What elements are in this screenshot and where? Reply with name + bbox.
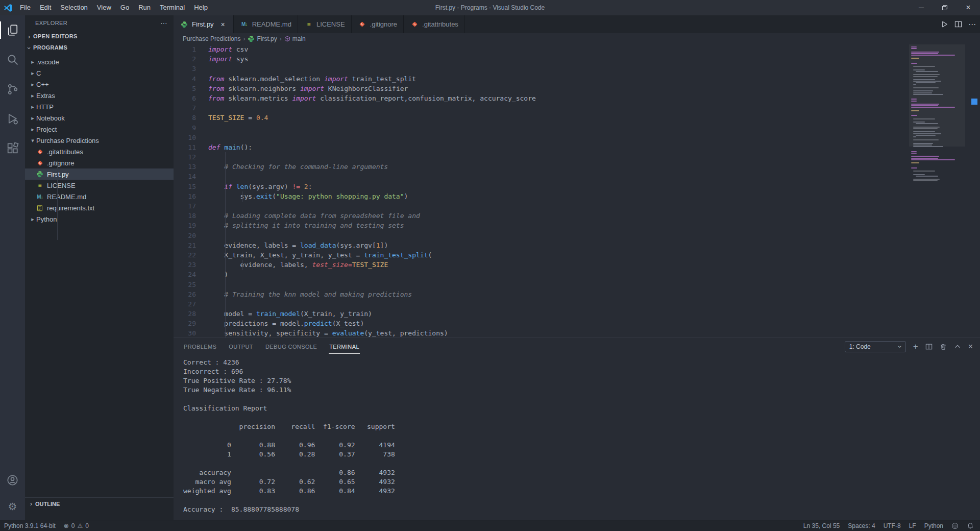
breadcrumb-purchase-predictions[interactable]: Purchase Predictions [183, 35, 240, 42]
sidebar-item-gitignore[interactable]: .gitignore [25, 157, 174, 168]
tab-gitattributes[interactable]: .gitattributes [404, 15, 465, 33]
code-line[interactable]: 18 # Loading complete data from spreadsh… [174, 211, 980, 221]
python-interpreter-status[interactable]: Python 3.9.1 64-bit [0, 520, 60, 531]
menu-edit[interactable]: Edit [35, 0, 56, 15]
code-line[interactable]: 6from sklearn.metrics import classificat… [174, 93, 980, 103]
code-line[interactable]: 9 [174, 123, 980, 133]
code-line[interactable]: 21 evidence, labels = load_data(sys.argv… [174, 240, 980, 250]
close-window-button[interactable]: × [957, 0, 980, 15]
menu-help[interactable]: Help [189, 0, 212, 15]
tab-first-py[interactable]: First.py× [174, 15, 234, 33]
split-editor-icon[interactable] [954, 20, 962, 28]
code-line[interactable]: 23 evidence, labels, test_size=TEST_SIZE [174, 260, 980, 270]
code-editor[interactable]: 1import csv2import sys34from sklearn.mod… [174, 44, 980, 337]
code-line[interactable]: 2import sys [174, 54, 980, 64]
sidebar-item-first-py[interactable]: First.py [25, 168, 174, 180]
code-line[interactable]: 8TEST_SIZE = 0.4 [174, 113, 980, 123]
code-line[interactable]: 3 [174, 64, 980, 74]
code-line[interactable]: 30 sensitivity, specificity = evaluate(y… [174, 328, 980, 337]
tab-readme-md[interactable]: M↓README.md [234, 15, 298, 33]
activity-run-debug-icon[interactable] [0, 104, 25, 134]
sidebar-item-license[interactable]: ≡LICENSE [25, 180, 174, 191]
activity-extensions-icon[interactable] [0, 134, 25, 163]
code-line[interactable]: 4from sklearn.model_selection import tra… [174, 74, 980, 84]
code-line[interactable]: 1import csv [174, 44, 980, 54]
sidebar-item-c[interactable]: ▸C++ [25, 79, 174, 90]
sidebar-item-readme-md[interactable]: M↓README.md [25, 191, 174, 202]
code-line[interactable]: 25 [174, 280, 980, 289]
code-line[interactable]: 27 [174, 299, 980, 309]
sidebar-item-purchase-predictions[interactable]: ▾Purchase Predictions [25, 135, 174, 146]
panel-tab-debug-console[interactable]: DEBUG CONSOLE [265, 339, 317, 354]
status-spaces[interactable]: Spaces: 4 [844, 520, 879, 531]
code-line[interactable]: 12 [174, 152, 980, 162]
panel-tab-problems[interactable]: PROBLEMS [183, 339, 217, 354]
sidebar-item-vscode[interactable]: ▸.vscode [25, 56, 174, 67]
code-line[interactable]: 10 [174, 133, 980, 142]
minimize-button[interactable]: ─ [910, 0, 933, 15]
code-line[interactable]: 17 [174, 201, 980, 211]
settings-gear-icon[interactable]: ⚙ [0, 493, 25, 520]
activity-explorer-icon[interactable] [0, 15, 25, 45]
menu-view[interactable]: View [92, 0, 116, 15]
code-line[interactable]: 19 # splitting it into training and test… [174, 221, 980, 230]
code-line[interactable]: 16 sys.exit("Usage: python shopping.py d… [174, 191, 980, 201]
code-line[interactable]: 22 X_train, X_test, y_train, y_test = tr… [174, 250, 980, 260]
status-ln-35-col-55[interactable]: Ln 35, Col 55 [799, 520, 844, 531]
code-line[interactable]: 7 [174, 103, 980, 113]
code-line[interactable]: 5from sklearn.neighbors import KNeighbor… [174, 84, 980, 93]
code-line[interactable]: 14 [174, 172, 980, 181]
status-python[interactable]: Python [920, 520, 947, 531]
sidebar-item-requirements-txt[interactable]: requirements.txt [25, 202, 174, 213]
code-line[interactable]: 28 model = train_model(X_train, y_train) [174, 309, 980, 319]
terminal-output[interactable]: Correct : 4236 Incorrect : 696 True Posi… [183, 358, 395, 514]
menu-file[interactable]: File [15, 0, 35, 15]
breadcrumb-first-py[interactable]: First.py [248, 35, 277, 42]
sidebar-item-gitattributes[interactable]: .gitattributes [25, 146, 174, 157]
sidebar-item-extras[interactable]: ▸Extras [25, 90, 174, 101]
code-line[interactable]: 13 # Checking for the command-line argum… [174, 162, 980, 172]
panel-tab-output[interactable]: OUTPUT [228, 339, 254, 354]
feedback-smiley-icon[interactable] [947, 520, 963, 531]
problems-status[interactable]: ⊗ 0 ⚠ 0 [60, 520, 93, 531]
status-utf-8[interactable]: UTF-8 [879, 520, 905, 531]
code-line[interactable]: 15 if len(sys.argv) != 2: [174, 182, 980, 191]
sidebar-item-c[interactable]: ▸C [25, 67, 174, 79]
menu-terminal[interactable]: Terminal [155, 0, 189, 15]
notifications-bell-icon[interactable] [963, 520, 980, 531]
tab-gitignore[interactable]: .gitignore [352, 15, 404, 33]
run-button[interactable] [941, 20, 948, 28]
close-panel-icon[interactable]: × [968, 342, 973, 351]
code-line[interactable]: 20 [174, 231, 980, 240]
sidebar-item-project[interactable]: ▸Project [25, 124, 174, 135]
code-line[interactable]: 24 ) [174, 270, 980, 279]
close-tab-icon[interactable]: × [219, 20, 227, 29]
kill-terminal-trash-icon[interactable] [940, 343, 947, 350]
minimap[interactable] [909, 44, 965, 337]
menu-selection[interactable]: Selection [56, 0, 92, 15]
restore-button[interactable] [933, 0, 957, 15]
code-line[interactable]: 29 predictions = model.predict(X_test) [174, 319, 980, 328]
maximize-panel-icon[interactable] [954, 343, 961, 350]
more-actions-icon[interactable]: ⋯ [968, 20, 976, 29]
programs-root-section[interactable]: › PROGRAMS [25, 42, 174, 53]
activity-source-control-icon[interactable] [0, 75, 25, 104]
open-editors-section[interactable]: › OPEN EDITORS [25, 31, 174, 42]
new-terminal-icon[interactable]: + [913, 342, 918, 352]
menu-run[interactable]: Run [134, 0, 155, 15]
sidebar-item-http[interactable]: ▸HTTP [25, 101, 174, 112]
panel-tab-terminal[interactable]: TERMINAL [329, 339, 360, 354]
accounts-icon[interactable] [0, 467, 25, 493]
terminal-selector-dropdown[interactable]: 1: Code › [845, 341, 906, 352]
tab-license[interactable]: ≡LICENSE [298, 15, 352, 33]
sidebar-item-notebook[interactable]: ▸Notebook [25, 112, 174, 124]
sidebar-item-python[interactable]: ▸Python [25, 213, 174, 225]
code-line[interactable]: 26 # Training the knn model and making p… [174, 289, 980, 299]
status-lf[interactable]: LF [905, 520, 920, 531]
activity-search-icon[interactable] [0, 45, 25, 75]
menu-go[interactable]: Go [116, 0, 134, 15]
breadcrumb-main[interactable]: main [284, 35, 306, 42]
outline-section[interactable]: › OUTLINE [25, 497, 174, 510]
split-terminal-icon[interactable] [925, 343, 933, 350]
explorer-more-actions-icon[interactable]: ⋯ [160, 19, 167, 27]
